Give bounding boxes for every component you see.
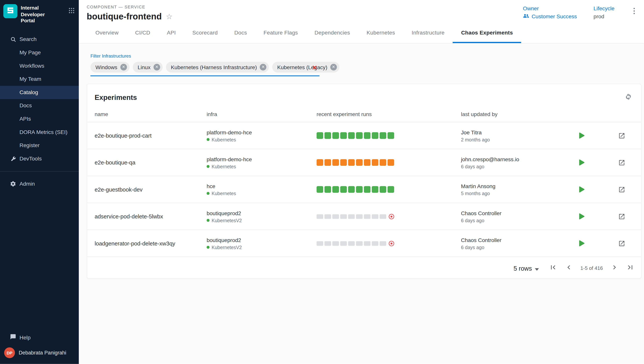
sidebar-item-label: Docs <box>20 102 32 109</box>
infra-name: platform-demo-hce <box>207 156 316 162</box>
sidebar-divider <box>0 171 79 172</box>
recent-runs <box>317 240 461 246</box>
filter-label: Filter Infrastructures <box>90 54 644 58</box>
apps-grid-icon[interactable] <box>69 8 75 15</box>
tab-kubernetes[interactable]: Kubernetes <box>358 22 403 43</box>
table-row[interactable]: adservice-pod-delete-5lwbxboutiqueprod2K… <box>87 203 641 230</box>
run-square <box>332 241 339 246</box>
lifecycle-block: Lifecycle prod <box>593 5 614 20</box>
logo-row: Internal Developer Portal <box>0 0 79 26</box>
sidebar-item-docs[interactable]: Docs <box>0 99 79 112</box>
run-square <box>332 214 339 218</box>
pagination: 5 rows 1-5 of 416 <box>87 257 641 278</box>
gear-icon <box>10 181 16 187</box>
user-name: Debabrata Panigrahi <box>19 350 66 356</box>
tab-ci-cd[interactable]: CI/CD <box>127 22 159 43</box>
open-in-new-icon[interactable] <box>618 186 625 193</box>
run-experiment-button[interactable] <box>579 240 584 246</box>
table-row[interactable]: e2e-boutique-prod-cartplatform-demo-hceK… <box>87 122 641 149</box>
table-row[interactable]: e2e-boutique-qaplatform-demo-hceKubernet… <box>87 149 641 176</box>
entity-tabs: OverviewCI/CDAPIScorecardDocsFeature Fla… <box>79 22 644 44</box>
owner-value-link[interactable]: Customer Success <box>532 13 577 20</box>
open-in-new-icon[interactable] <box>618 132 625 139</box>
sidebar-item-my-team[interactable]: My Team <box>0 72 79 86</box>
sidebar-item-admin[interactable]: Admin <box>0 177 79 190</box>
sidebar-item-my-page[interactable]: My Page <box>0 46 79 59</box>
sidebar-item-dora-metrics-sei[interactable]: DORA Metrics (SEI) <box>0 126 79 139</box>
run-square <box>317 241 323 246</box>
open-in-new-icon[interactable] <box>618 240 625 247</box>
kebab-menu-icon[interactable] <box>631 6 637 16</box>
column-header-name: name <box>95 111 207 118</box>
tab-api[interactable]: API <box>159 22 184 43</box>
run-square <box>325 186 331 193</box>
lifecycle-value: prod <box>593 13 614 20</box>
run-experiment-button[interactable] <box>579 186 584 193</box>
run-experiment-button[interactable] <box>579 213 584 220</box>
chip-close-icon[interactable]: × <box>330 64 337 70</box>
table-row[interactable]: e2e-guestbook-devhceKubernetesMartin Ans… <box>87 176 641 203</box>
run-square <box>380 214 386 218</box>
chip-close-icon[interactable]: × <box>120 64 127 70</box>
next-page-button[interactable] <box>610 263 619 273</box>
tab-scorecard[interactable]: Scorecard <box>184 22 226 43</box>
run-square <box>348 132 355 139</box>
table-row[interactable]: loadgenerator-pod-delete-xw3qyboutiquepr… <box>87 230 641 257</box>
sidebar-item-devtools[interactable]: DevTools <box>0 152 79 166</box>
first-page-button[interactable] <box>549 263 557 273</box>
sidebar-item-workflows[interactable]: Workflows <box>0 59 79 72</box>
prev-page-button[interactable] <box>565 263 573 273</box>
filter-chip-kubernetes-harness-infrastructure[interactable]: Kubernetes (Harness Infrastructure)× <box>166 62 269 72</box>
status-dot <box>207 192 209 195</box>
sidebar-item-label: Admin <box>20 181 35 187</box>
tab-docs[interactable]: Docs <box>226 22 255 43</box>
run-square <box>356 241 363 246</box>
filter-chip-windows[interactable]: Windows× <box>90 62 129 72</box>
last-page-button[interactable] <box>626 263 634 273</box>
sidebar-item-search[interactable]: Search <box>0 32 79 46</box>
page-range: 1-5 of 416 <box>580 265 603 271</box>
sidebar-item-register[interactable]: Register <box>0 139 79 152</box>
filter-chip-linux[interactable]: Linux× <box>133 62 163 72</box>
chip-close-icon[interactable]: × <box>153 64 160 70</box>
sidebar-item-apis[interactable]: APIs <box>0 112 79 126</box>
sidebar-item-label: My Team <box>20 76 41 82</box>
rows-per-page-select[interactable]: 5 rows <box>513 265 539 272</box>
rows-per-page-label: 5 rows <box>513 265 532 272</box>
updated-when: 5 months ago <box>461 191 579 196</box>
run-experiment-button[interactable] <box>579 159 584 166</box>
last-updated: Chaos Controller6 days ago <box>461 237 579 250</box>
tab-overview[interactable]: Overview <box>87 22 127 43</box>
open-in-new-icon[interactable] <box>618 213 625 220</box>
column-header-last-updated-by: last updated by <box>461 111 641 118</box>
run-square <box>340 186 347 193</box>
user-profile[interactable]: DP Debabrata Panigrahi <box>0 344 79 361</box>
sidebar-item-help[interactable]: Help <box>0 331 79 344</box>
star-icon[interactable]: ☆ <box>166 13 173 20</box>
run-squares <box>317 240 461 246</box>
sidebar-item-label: My Page <box>20 49 41 56</box>
help-label: Help <box>20 334 31 341</box>
run-square <box>348 159 355 166</box>
sidebar-item-catalog[interactable]: Catalog <box>0 86 79 99</box>
updated-when: 6 days ago <box>461 218 579 223</box>
clear-filter-icon[interactable]: × <box>310 63 319 71</box>
run-square <box>356 214 363 218</box>
filter-chip-kubernetes-legacy[interactable]: Kubernetes (Legacy)× <box>272 62 339 72</box>
infra-name: hce <box>207 183 316 189</box>
chip-close-icon[interactable]: × <box>260 64 266 70</box>
tab-feature-flags[interactable]: Feature Flags <box>255 22 306 43</box>
refresh-icon[interactable] <box>625 93 632 102</box>
recent-runs <box>317 159 461 166</box>
filter-input[interactable]: Windows×Linux×Kubernetes (Harness Infras… <box>90 62 319 76</box>
tab-infrastructure[interactable]: Infrastructure <box>403 22 453 43</box>
open-in-new-icon[interactable] <box>618 159 625 166</box>
tab-label: CI/CD <box>135 29 150 36</box>
run-experiment-button[interactable] <box>579 132 584 139</box>
harness-idp-logo[interactable] <box>3 4 17 18</box>
tab-dependencies[interactable]: Dependencies <box>306 22 358 43</box>
run-square <box>325 214 331 218</box>
tab-label: Scorecard <box>192 29 218 36</box>
run-square <box>364 214 371 218</box>
tab-chaos-experiments[interactable]: Chaos Experiments <box>453 22 521 43</box>
